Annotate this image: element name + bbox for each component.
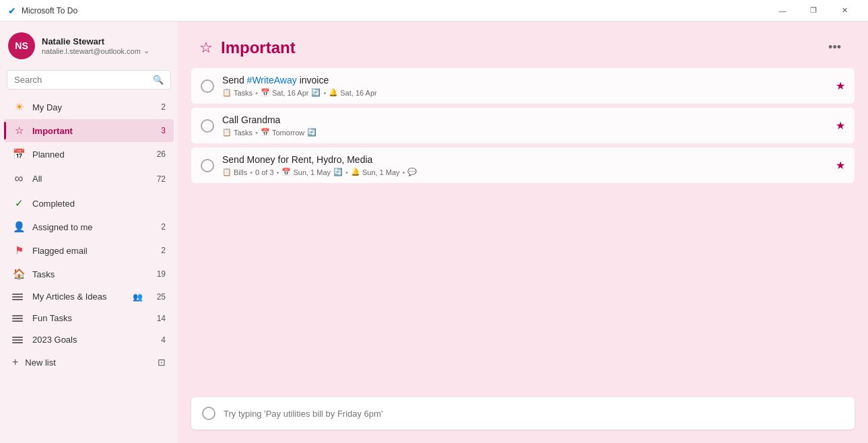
task-list-ref: 📋 Bills (222, 168, 247, 176)
title-bar: ✔ Microsoft To Do — ❐ ✕ (0, 0, 868, 22)
important-star-icon: ☆ (199, 39, 213, 57)
task-complete-button[interactable] (201, 159, 214, 172)
task-meta: 📋 Bills • 0 of 3 • 📅 Sun, 1 May 🔄 (222, 168, 828, 176)
repeat-icon: 🔄 (333, 168, 343, 176)
task-repeat-icon: 🔄 (311, 88, 321, 97)
sidebar-item-badge: 2 (152, 246, 166, 255)
task-star-button[interactable]: ★ (836, 119, 845, 132)
task-title: Call Grandma (222, 114, 828, 125)
sidebar-item-badge: 2 (152, 222, 166, 232)
infinity-icon: ∞ (12, 172, 26, 186)
sidebar-item-assigned[interactable]: 👤 Assigned to me 2 (4, 215, 174, 238)
search-input[interactable] (14, 75, 147, 85)
user-profile[interactable]: NS Natalie Stewart natalie.l.stewart@out… (0, 22, 178, 67)
task-list-ref: 📋 Tasks (222, 88, 253, 97)
sidebar-item-all[interactable]: ∞ All 72 (4, 166, 174, 191)
sidebar-item-label: Fun Tasks (32, 313, 145, 323)
sidebar-item-badge: 19 (152, 269, 166, 279)
main-header: ☆ Important ••• (178, 22, 868, 68)
sidebar-item-label: Tasks (32, 269, 145, 279)
home-icon: 🏠 (12, 268, 26, 280)
new-list-button[interactable]: + New list ⊡ (4, 351, 174, 374)
sidebar-item-my-articles[interactable]: My Articles & Ideas 👥 25 (4, 286, 174, 307)
search-box[interactable]: 🔍 (7, 70, 171, 90)
sidebar-item-goals[interactable]: 2023 Goals 4 (4, 329, 174, 350)
minimize-button[interactable]: — (767, 0, 798, 22)
active-indicator (4, 122, 6, 139)
sidebar-item-badge: 72 (152, 174, 166, 184)
share-icon: ⊡ (158, 357, 166, 368)
list-icon: 📋 (222, 88, 232, 97)
avatar: NS (8, 32, 35, 59)
table-row: Send #WriteAway invoice 📋 Tasks • 📅 Sat,… (191, 68, 855, 104)
task-due-date: 📅 Sat, 16 Apr (261, 88, 308, 97)
sidebar-item-flagged[interactable]: ⚑ Flagged email 2 (4, 239, 174, 262)
bell-icon: 🔔 (329, 88, 338, 97)
repeat-icon: 🔄 (311, 88, 321, 97)
person-icon: 👤 (12, 221, 26, 233)
sidebar-item-completed[interactable]: ✓ Completed (4, 192, 174, 215)
bell-icon: 🔔 (351, 168, 360, 176)
sidebar-item-important[interactable]: ☆ Important 3 (4, 119, 174, 142)
sidebar-item-badge: 4 (152, 335, 166, 345)
star-icon: ☆ (12, 125, 26, 137)
sidebar-item-my-day[interactable]: ☀ My Day 2 (4, 96, 174, 118)
task-due-date: 📅 Sun, 1 May (281, 168, 331, 176)
sidebar-item-badge: 25 (152, 292, 166, 302)
table-row: Call Grandma 📋 Tasks • 📅 Tomorrow 🔄 (191, 108, 855, 143)
sidebar-item-label: All (32, 174, 145, 184)
calendar-icon: 📅 (261, 128, 270, 137)
chevron-down-icon: ⌄ (143, 46, 149, 55)
add-task-input[interactable] (224, 409, 844, 419)
sidebar-item-badge: 2 (152, 102, 166, 112)
task-due-date: 📅 Tomorrow (261, 128, 304, 137)
sidebar-item-label: 2023 Goals (32, 335, 145, 345)
task-note-icon: 💬 (407, 168, 417, 176)
list-icon (12, 337, 26, 343)
sun-icon: ☀ (12, 101, 26, 113)
sidebar-item-badge: 26 (152, 149, 166, 159)
add-task-circle (202, 407, 215, 420)
more-options-button[interactable]: ••• (823, 38, 846, 57)
new-list-label: New list (25, 357, 151, 368)
sidebar-item-label: Completed (32, 199, 145, 209)
task-complete-button[interactable] (201, 119, 214, 133)
sidebar-item-label: My Day (32, 102, 145, 112)
nav-list: ☀ My Day 2 ☆ Important 3 📅 Planned 26 ∞ … (0, 95, 178, 443)
sidebar-item-label: My Articles & Ideas (32, 292, 126, 302)
sidebar-item-planned[interactable]: 📅 Planned 26 (4, 143, 174, 166)
sidebar-item-badge: 14 (152, 314, 166, 323)
user-info: Natalie Stewart natalie.l.stewart@outloo… (42, 36, 170, 55)
calendar-icon: 📅 (12, 148, 26, 160)
list-icon (12, 294, 26, 300)
task-body: Send Money for Rent, Hydro, Media 📋 Bill… (222, 154, 828, 176)
close-button[interactable]: ✕ (829, 0, 860, 22)
sidebar-item-badge: 3 (152, 126, 166, 135)
calendar-icon: 📅 (261, 88, 270, 97)
maximize-button[interactable]: ❐ (798, 0, 829, 22)
task-complete-button[interactable] (201, 79, 214, 93)
task-reminder: 🔔 Sun, 1 May (351, 168, 400, 176)
title-bar-left: ✔ Microsoft To Do (8, 5, 77, 16)
task-title: Send Money for Rent, Hydro, Media (222, 154, 828, 165)
task-star-button[interactable]: ★ (836, 159, 845, 172)
list-icon (12, 315, 26, 322)
task-title: Send #WriteAway invoice (222, 75, 828, 86)
sidebar-item-tasks[interactable]: 🏠 Tasks 19 (4, 263, 174, 285)
task-repeat-icon: 🔄 (307, 128, 316, 137)
sidebar-item-label: Important (32, 126, 145, 136)
app-title: Microsoft To Do (22, 6, 77, 15)
window-controls: — ❐ ✕ (767, 0, 860, 22)
flag-icon: ⚑ (12, 244, 26, 257)
tasks-list: Send #WriteAway invoice 📋 Tasks • 📅 Sat,… (178, 68, 868, 389)
main-content: ☆ Important ••• Send #WriteAway invoice … (178, 22, 868, 443)
add-task-bar[interactable] (191, 397, 855, 430)
task-meta: 📋 Tasks • 📅 Sat, 16 Apr 🔄 • (222, 88, 828, 97)
task-star-button[interactable]: ★ (836, 79, 845, 92)
task-body: Send #WriteAway invoice 📋 Tasks • 📅 Sat,… (222, 75, 828, 97)
task-title-link[interactable]: #WriteAway (247, 75, 297, 86)
calendar-icon: 📅 (281, 168, 291, 176)
sidebar-item-fun-tasks[interactable]: Fun Tasks 14 (4, 308, 174, 329)
search-icon: 🔍 (153, 75, 164, 85)
checkmark-circle-icon: ✓ (12, 197, 26, 209)
